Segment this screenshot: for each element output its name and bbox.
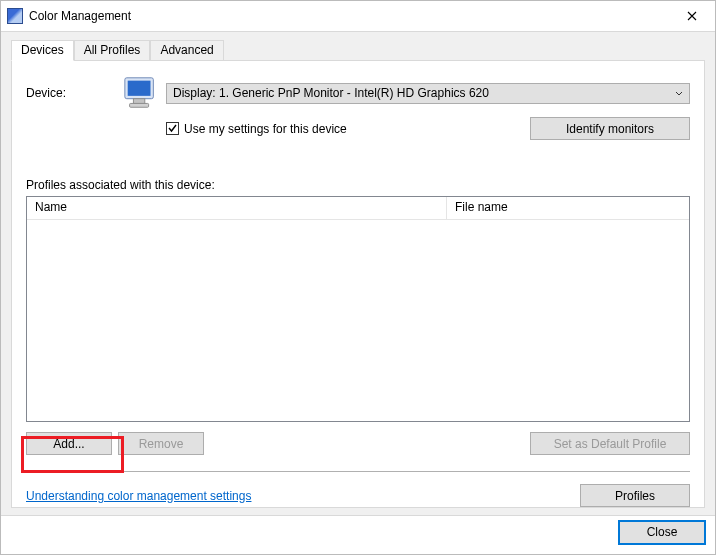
separator (26, 471, 690, 472)
device-label: Device: (26, 86, 122, 100)
dialog-body: Devices All Profiles Advanced Device: Di… (1, 31, 715, 516)
set-default-profile-button: Set as Default Profile (530, 432, 690, 455)
device-dropdown[interactable]: Display: 1. Generic PnP Monitor - Intel(… (166, 83, 690, 104)
titlebar: Color Management (1, 1, 715, 31)
profiles-button[interactable]: Profiles (580, 484, 690, 507)
monitor-icon (122, 75, 160, 111)
tabstrip: Devices All Profiles Advanced (11, 38, 705, 60)
use-my-settings-label: Use my settings for this device (184, 122, 347, 136)
profiles-associated-label: Profiles associated with this device: (26, 178, 690, 192)
svg-rect-1 (128, 81, 151, 96)
use-my-settings-checkbox[interactable] (166, 122, 179, 135)
dialog-footer: Close (1, 516, 715, 548)
tab-devices[interactable]: Devices (11, 40, 74, 61)
device-selected-value: Display: 1. Generic PnP Monitor - Intel(… (173, 86, 489, 100)
remove-button: Remove (118, 432, 204, 455)
device-options-row: Use my settings for this device Identify… (166, 117, 690, 140)
understanding-link[interactable]: Understanding color management settings (26, 489, 251, 503)
close-dialog-button[interactable]: Close (619, 521, 705, 544)
close-button[interactable] (669, 1, 715, 31)
column-header-name[interactable]: Name (27, 197, 447, 219)
svg-rect-3 (130, 103, 149, 107)
device-row: Device: Display: 1. Generic PnP Monitor … (26, 75, 690, 111)
tab-pane-devices: Device: Display: 1. Generic PnP Monitor … (11, 60, 705, 508)
window-title: Color Management (29, 9, 669, 23)
column-header-file-name[interactable]: File name (447, 197, 689, 219)
app-icon (7, 8, 23, 24)
add-button[interactable]: Add... (26, 432, 112, 455)
tab-advanced[interactable]: Advanced (150, 40, 223, 60)
chevron-down-icon (675, 86, 683, 100)
listview-header: Name File name (27, 197, 689, 220)
checkmark-icon (167, 123, 178, 134)
svg-rect-2 (133, 99, 144, 104)
close-icon (687, 11, 697, 21)
bottom-row: Understanding color management settings … (26, 484, 690, 507)
identify-monitors-button[interactable]: Identify monitors (530, 117, 690, 140)
profiles-listview[interactable]: Name File name (26, 196, 690, 422)
tab-all-profiles[interactable]: All Profiles (74, 40, 151, 60)
profile-buttons-row: Add... Remove Set as Default Profile (26, 432, 690, 455)
